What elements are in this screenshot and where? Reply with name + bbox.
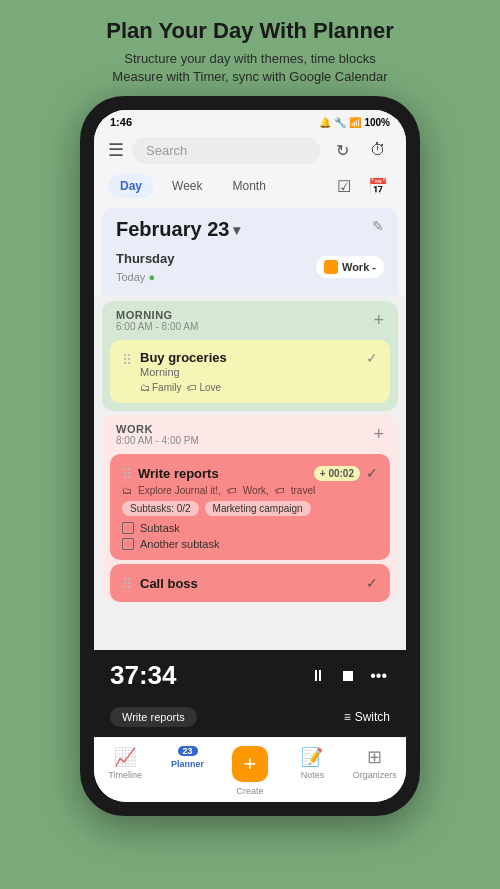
notes-icon: 📝: [301, 746, 323, 768]
heart-icon: 🏷: [187, 382, 197, 393]
task-tags: 🗂 Family 🏷 Love: [140, 382, 358, 393]
work-section-title: WORK: [116, 423, 199, 435]
edit-icon[interactable]: ✎: [372, 218, 384, 234]
subtasks-chip[interactable]: Subtasks: 0/2: [122, 501, 199, 516]
tab-week[interactable]: Week: [160, 174, 214, 198]
planner-label: Planner: [171, 759, 204, 769]
work-theme-icon: [324, 260, 338, 274]
tab-bar: Day Week Month ☑ 📅: [94, 172, 406, 208]
battery-indicator: 100%: [364, 117, 390, 128]
tab-day[interactable]: Day: [108, 174, 154, 198]
folder-icon: 🗂: [140, 382, 150, 393]
task-info: Buy groceries Morning 🗂 Family 🏷 Love: [140, 350, 358, 393]
organizers-icon: ⊞: [367, 746, 382, 768]
status-time: 1:46: [110, 116, 132, 128]
status-icons: 🔔 🔧 📶 100%: [319, 117, 390, 128]
app-header: ☰ Search ↻ ⏱: [94, 132, 406, 172]
notes-label: Notes: [301, 770, 325, 780]
work-tag-work-icon: 🏷: [227, 485, 237, 496]
work-tag-journal-icon: 🗂: [122, 485, 132, 496]
bottom-nav: 📈 Timeline 23 Planner + Create 📝 Notes ⊞…: [94, 737, 406, 802]
timer-badge: + 00:02: [314, 466, 360, 481]
work-task-check-icon[interactable]: ✓: [366, 465, 378, 481]
call-boss-check-icon[interactable]: ✓: [366, 575, 378, 591]
work-section-time: 8:00 AM - 4:00 PM: [116, 435, 199, 446]
drag-handle-icon: ⠿: [122, 350, 132, 368]
work-add-button[interactable]: +: [373, 424, 384, 445]
timer-task-label[interactable]: Write reports: [110, 707, 197, 727]
morning-section-header: MORNING 6:00 AM - 8:00 AM +: [102, 301, 398, 336]
work-task-card-1[interactable]: ⠿ Write reports + 00:02 ✓ 🗂 Explore Jour…: [110, 454, 390, 560]
subtask-checkbox-2[interactable]: [122, 538, 134, 550]
menu-icon[interactable]: ☰: [108, 139, 124, 161]
work-task-top: ⠿ Write reports + 00:02 ✓: [122, 464, 378, 482]
call-boss-drag-handle: ⠿: [122, 574, 132, 592]
subtask-label-2: Another subtask: [140, 538, 220, 550]
call-boss-title: Call boss: [140, 576, 358, 591]
check-list-icon[interactable]: ☑: [330, 172, 358, 200]
work-badge-label: Work -: [342, 261, 376, 273]
campaign-chip[interactable]: Marketing campaign: [205, 501, 311, 516]
subtask-checkbox-1[interactable]: [122, 522, 134, 534]
create-button[interactable]: +: [232, 746, 268, 782]
subtask-1[interactable]: Subtask: [122, 522, 378, 534]
day-label: Thursday: [116, 251, 175, 266]
work-badge[interactable]: Work -: [316, 256, 384, 278]
phone-frame: 1:46 🔔 🔧 📶 100% ☰ Search ↻ ⏱ Day Week Mo…: [80, 96, 420, 816]
morning-section: MORNING 6:00 AM - 8:00 AM + ⠿ Buy grocer…: [102, 301, 398, 411]
page-subtitle: Structure your day with themes, time blo…: [20, 50, 480, 86]
timer-display: 37:34: [110, 660, 177, 691]
pause-icon[interactable]: ⏸: [310, 667, 326, 685]
work-task-tags: 🗂 Explore Journal it!, 🏷 Work, 🏷 travel: [122, 485, 378, 496]
phone-screen: 1:46 🔔 🔧 📶 100% ☰ Search ↻ ⏱ Day Week Mo…: [94, 110, 406, 802]
morning-task-card[interactable]: ⠿ Buy groceries Morning 🗂 Family 🏷 Love: [110, 340, 390, 403]
tab-month[interactable]: Month: [220, 174, 277, 198]
switch-icon: ≡: [344, 710, 351, 724]
work-task-title: Write reports: [138, 466, 308, 481]
task-title: Buy groceries: [140, 350, 358, 365]
page-title: Plan Your Day With Planner: [20, 18, 480, 44]
morning-add-button[interactable]: +: [373, 310, 384, 331]
task-check-icon[interactable]: ✓: [366, 350, 378, 366]
calendar-icon[interactable]: 📅: [364, 172, 392, 200]
nav-organizers[interactable]: ⊞ Organizers: [344, 738, 406, 802]
nav-timeline[interactable]: 📈 Timeline: [94, 738, 156, 802]
task-tag-love: 🏷 Love: [187, 382, 221, 393]
call-boss-task-card[interactable]: ⠿ Call boss ✓: [110, 564, 390, 602]
task-subtitle: Morning: [140, 366, 358, 378]
timer-icon[interactable]: ⏱: [364, 136, 392, 164]
stop-icon[interactable]: ⏹: [340, 667, 356, 685]
subtask-2[interactable]: Another subtask: [122, 538, 378, 550]
switch-button[interactable]: ≡ Switch: [344, 710, 390, 724]
work-section: WORK 8:00 AM - 4:00 PM + ⠿ Write reports…: [102, 415, 398, 602]
date-header: February 23 ▾ ✎: [102, 208, 398, 249]
timeline-icon: 📈: [114, 746, 136, 768]
today-dot: ●: [148, 271, 155, 283]
nav-create[interactable]: + Create: [219, 738, 281, 802]
notification-icon: 🔔: [319, 117, 331, 128]
subtask-label-1: Subtask: [140, 522, 180, 534]
nav-planner[interactable]: 23 Planner: [156, 738, 218, 802]
work-drag-handle-icon: ⠿: [122, 464, 132, 482]
work-tag-travel-icon: 🏷: [275, 485, 285, 496]
status-bar: 1:46 🔔 🔧 📶 100%: [94, 110, 406, 132]
timer-bar: 37:34 ⏸ ⏹ •••: [94, 650, 406, 701]
settings-icon: 🔧: [334, 117, 346, 128]
scroll-content: MORNING 6:00 AM - 8:00 AM + ⠿ Buy grocer…: [94, 295, 406, 650]
date-subrow: Thursday Today ● Work -: [102, 249, 398, 295]
more-options-icon[interactable]: •••: [370, 667, 387, 685]
morning-section-time: 6:00 AM - 8:00 AM: [116, 321, 198, 332]
work-section-header: WORK 8:00 AM - 4:00 PM +: [102, 415, 398, 450]
nav-notes[interactable]: 📝 Notes: [281, 738, 343, 802]
task-tag-family: 🗂 Family: [140, 382, 181, 393]
morning-section-title: MORNING: [116, 309, 198, 321]
signal-icon: 📶: [349, 117, 361, 128]
refresh-icon[interactable]: ↻: [328, 136, 356, 164]
date-chevron-icon[interactable]: ▾: [233, 222, 240, 238]
date-title: February 23 ▾: [116, 218, 240, 241]
timeline-label: Timeline: [108, 770, 142, 780]
planner-badge: 23: [178, 746, 198, 756]
timer-controls: ⏸ ⏹ •••: [307, 667, 390, 685]
today-label: Today ●: [116, 271, 155, 283]
search-bar[interactable]: Search: [132, 137, 320, 164]
